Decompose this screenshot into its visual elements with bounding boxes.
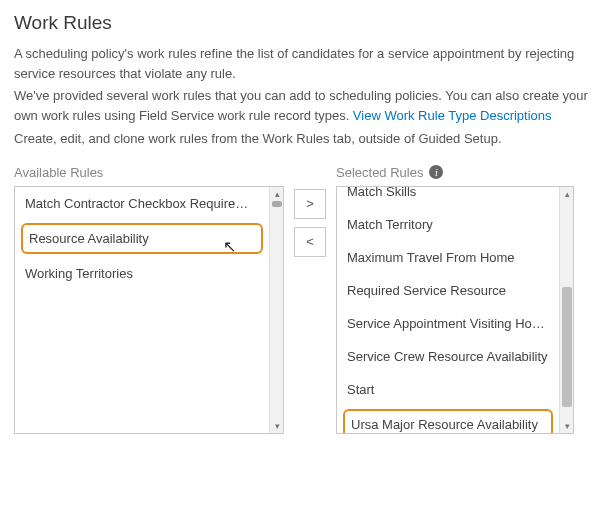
scroll-thumb[interactable]: [562, 287, 572, 407]
scroll-thumb[interactable]: [272, 201, 282, 207]
available-label: Available Rules: [14, 165, 284, 180]
scroll-up-icon[interactable]: ▴: [560, 187, 574, 201]
scrollbar[interactable]: ▴ ▾: [269, 187, 283, 433]
intro-paragraph-1: A scheduling policy's work rules refine …: [14, 44, 593, 84]
view-descriptions-link[interactable]: View Work Rule Type Descriptions: [353, 108, 552, 123]
scrollbar[interactable]: ▴ ▾: [559, 187, 573, 433]
selected-label: Selected Rules i: [336, 165, 574, 180]
intro-block: A scheduling policy's work rules refine …: [14, 44, 593, 149]
list-item[interactable]: Service Crew Resource Availability: [337, 340, 559, 373]
page-title: Work Rules: [14, 12, 593, 34]
list-item[interactable]: Match Skills: [337, 186, 559, 208]
list-item[interactable]: Service Appointment Visiting Hours: [337, 307, 559, 340]
intro-paragraph-3: Create, edit, and clone work rules from …: [14, 129, 593, 149]
list-item[interactable]: Start: [337, 373, 559, 406]
info-icon[interactable]: i: [429, 165, 443, 179]
add-button[interactable]: >: [294, 189, 326, 219]
selected-column: Selected Rules i Match Skills Match Terr…: [336, 165, 574, 434]
scroll-up-icon[interactable]: ▴: [270, 187, 284, 201]
dual-listbox: Available Rules Match Contractor Checkbo…: [14, 165, 593, 434]
list-item[interactable]: Working Territories: [15, 257, 269, 290]
available-column: Available Rules Match Contractor Checkbo…: [14, 165, 284, 434]
scroll-down-icon[interactable]: ▾: [270, 419, 284, 433]
available-listbox[interactable]: Match Contractor Checkbox Requirement Re…: [14, 186, 284, 434]
move-buttons: > <: [294, 189, 326, 257]
intro-paragraph-2: We've provided several work rules that y…: [14, 86, 593, 126]
selected-listbox[interactable]: Match Skills Match Territory Maximum Tra…: [336, 186, 574, 434]
list-item-resource-availability[interactable]: Resource Availability: [21, 223, 263, 254]
list-item-ursa-major[interactable]: Ursa Major Resource Availability: [343, 409, 553, 433]
list-item[interactable]: Match Contractor Checkbox Requirement: [15, 187, 269, 220]
scroll-down-icon[interactable]: ▾: [560, 419, 574, 433]
list-item[interactable]: Required Service Resource: [337, 274, 559, 307]
list-item[interactable]: Match Territory: [337, 208, 559, 241]
remove-button[interactable]: <: [294, 227, 326, 257]
list-item[interactable]: Maximum Travel From Home: [337, 241, 559, 274]
